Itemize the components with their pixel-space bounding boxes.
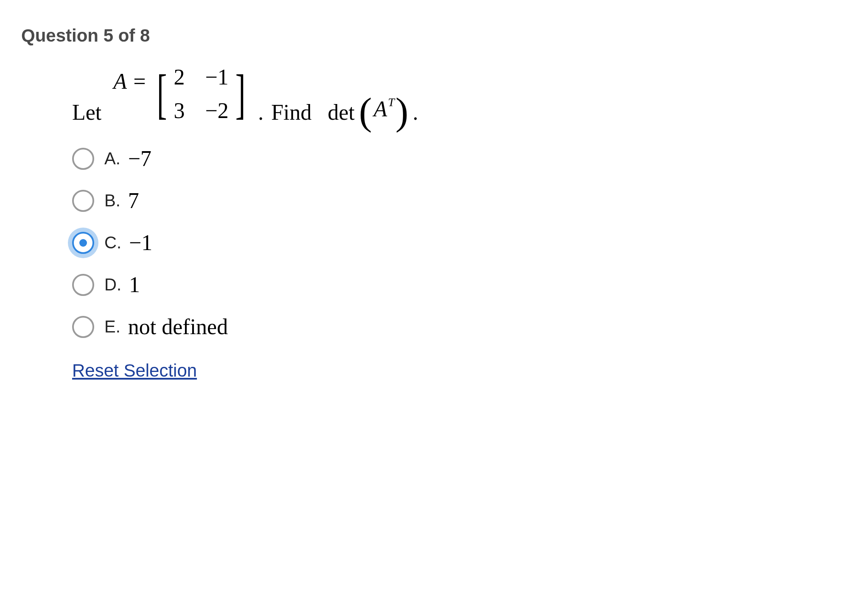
left-bracket-icon: [ [157, 72, 167, 116]
matrix-r1c1: 2 [174, 65, 185, 90]
radio-d[interactable] [72, 274, 94, 296]
matrix: [ 2 −1 3 −2 ] [153, 63, 249, 125]
choice-value-a: −7 [128, 146, 151, 171]
stem-period-1: . [258, 100, 263, 125]
matrix-definition: A = [ 2 −1 3 −2 ] [113, 63, 249, 125]
choice-letter-d: D. [104, 275, 121, 294]
choice-letter-e: E. [104, 317, 120, 336]
choice-letter-c: C. [104, 233, 121, 252]
a-base: A [374, 97, 387, 121]
choice-value-d: 1 [129, 272, 140, 297]
choice-letter-b: B. [104, 191, 120, 210]
choice-b[interactable]: B. 7 [72, 188, 847, 213]
det-text: det [328, 100, 355, 125]
stem-let: Let [72, 100, 101, 125]
choice-d[interactable]: D. 1 [72, 272, 847, 297]
det-expression: det ( AT ) [328, 93, 409, 125]
stem-period-2: . [413, 100, 418, 125]
radio-b[interactable] [72, 190, 94, 212]
choice-value-c: −1 [129, 230, 152, 255]
matrix-cells: 2 −1 3 −2 [171, 63, 231, 125]
matrix-r2c1: 3 [174, 98, 185, 123]
radio-a[interactable] [72, 148, 94, 170]
matrix-r2c2: −2 [205, 98, 229, 123]
right-bracket-icon: ] [235, 72, 246, 116]
question-stem: Let A = [ 2 −1 3 −2 ] . Find det [72, 63, 847, 125]
answer-choices: A. −7 B. 7 C. −1 D. 1 E. not defined [72, 146, 847, 339]
right-paren-icon: ) [395, 96, 409, 127]
stem-row: Let A = [ 2 −1 3 −2 ] . Find det [72, 63, 847, 125]
choice-value-b: 7 [128, 188, 139, 213]
stem-find: Find [271, 100, 311, 125]
radio-e[interactable] [72, 316, 94, 338]
quiz-question-page: Question 5 of 8 Let A = [ 2 −1 3 −2 ] . [0, 0, 868, 406]
question-header: Question 5 of 8 [21, 25, 847, 46]
reset-selection-link[interactable]: Reset Selection [72, 360, 197, 381]
a-transpose: AT [374, 96, 394, 121]
left-paren-icon: ( [359, 96, 372, 127]
a-superscript: T [388, 96, 395, 109]
matrix-r1c2: −1 [205, 65, 229, 90]
choice-c[interactable]: C. −1 [72, 230, 847, 255]
choice-letter-a: A. [104, 149, 120, 168]
choice-e[interactable]: E. not defined [72, 314, 847, 339]
choice-value-e: not defined [128, 314, 228, 339]
a-equals: A = [113, 69, 147, 94]
choice-a[interactable]: A. −7 [72, 146, 847, 171]
radio-c[interactable] [72, 232, 94, 254]
